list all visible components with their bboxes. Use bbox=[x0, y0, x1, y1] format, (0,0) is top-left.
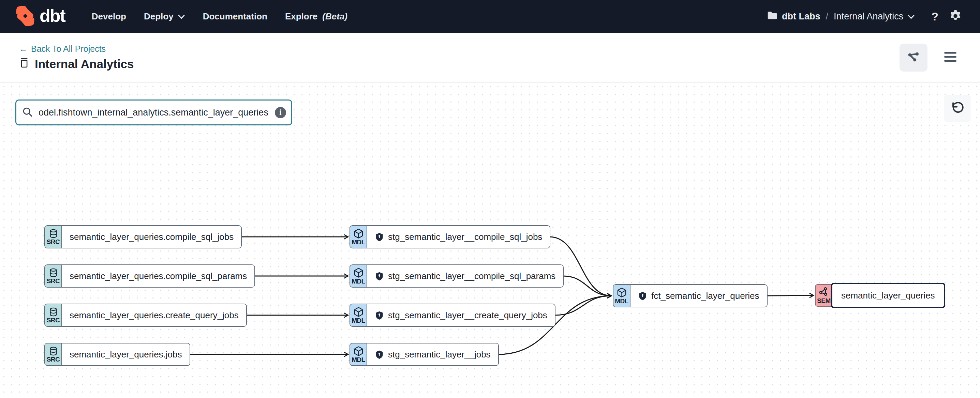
org-breadcrumb[interactable]: dbt Labs bbox=[767, 11, 821, 22]
node-type-badge: SRC bbox=[45, 226, 62, 248]
lineage-node-fct[interactable]: MDL fct_semantic_layer_queries bbox=[613, 284, 768, 308]
lineage-node-mdl3[interactable]: MDL stg_semantic_layer__create_query_job… bbox=[350, 304, 555, 327]
node-type-badge: MDL bbox=[613, 285, 630, 307]
node-label: stg_semantic_layer__compile_sql_params bbox=[388, 271, 555, 281]
node-type-badge: MDL bbox=[350, 226, 367, 248]
lineage-search-box[interactable]: odel.fishtown_internal_analytics.semanti… bbox=[15, 100, 292, 125]
project-selector[interactable]: Internal Analytics bbox=[834, 11, 915, 22]
node-type-label: SRC bbox=[47, 317, 60, 324]
node-type-label: SRC bbox=[47, 278, 60, 284]
edge-mdl2-to-fct bbox=[563, 276, 611, 296]
cube-icon bbox=[353, 346, 364, 357]
cube-icon bbox=[353, 268, 364, 278]
node-name-box: semantic_layer_queries.jobs bbox=[62, 344, 189, 365]
node-name-box: stg_semantic_layer__jobs bbox=[367, 344, 498, 365]
node-type-badge: SRC bbox=[45, 265, 62, 287]
arrow-left-icon: ← bbox=[19, 44, 28, 54]
node-label: fct_semantic_layer_queries bbox=[651, 291, 759, 301]
node-type-badge: MDL bbox=[350, 344, 367, 365]
nav-item-documentation-label: Documentation bbox=[203, 11, 267, 22]
lineage-graph-icon bbox=[907, 51, 920, 64]
breadcrumb-separator: / bbox=[826, 11, 829, 22]
node-type-label: SEM bbox=[817, 298, 830, 304]
node-name-box: stg_semantic_layer__compile_sql_jobs bbox=[367, 226, 550, 248]
cube-icon bbox=[617, 287, 627, 298]
node-label: semantic_layer_queries.compile_sql_jobs bbox=[70, 232, 234, 242]
page-title-row: Internal Analytics bbox=[19, 57, 134, 71]
lineage-canvas[interactable]: odel.fishtown_internal_analytics.semanti… bbox=[0, 82, 980, 398]
hamburger-menu-icon bbox=[943, 51, 958, 64]
shield-lock-icon bbox=[375, 350, 384, 359]
nav-item-deploy[interactable]: Deploy bbox=[144, 11, 185, 22]
nav-item-explore[interactable]: Explore (Beta) bbox=[285, 11, 347, 22]
node-name-box: semantic_layer_queries.compile_sql_jobs bbox=[62, 226, 241, 248]
nav-item-explore-beta-tag: (Beta) bbox=[322, 11, 347, 22]
node-type-badge: MDL bbox=[350, 265, 367, 287]
node-type-label: MDL bbox=[352, 317, 365, 324]
magnifier-icon bbox=[22, 106, 33, 119]
semantic-graph-icon bbox=[819, 287, 829, 298]
node-label: stg_semantic_layer__jobs bbox=[388, 349, 491, 360]
node-label: semantic_layer_queries.create_query_jobs bbox=[70, 310, 239, 321]
node-type-label: SRC bbox=[47, 238, 60, 245]
node-name-box: stg_semantic_layer__create_query_jobs bbox=[367, 304, 555, 326]
node-type-label: MDL bbox=[352, 278, 365, 285]
nav-item-documentation[interactable]: Documentation bbox=[203, 11, 267, 22]
project-box-icon bbox=[19, 57, 29, 71]
help-button[interactable]: ? bbox=[929, 10, 940, 24]
node-type-label: MDL bbox=[615, 298, 628, 304]
dbt-logo[interactable]: dbt bbox=[14, 5, 65, 28]
node-name-box: stg_semantic_layer__compile_sql_params bbox=[367, 265, 563, 287]
database-icon bbox=[48, 268, 58, 278]
lineage-view-button[interactable] bbox=[899, 44, 928, 71]
lineage-search-input[interactable]: odel.fishtown_internal_analytics.semanti… bbox=[38, 107, 269, 118]
cube-icon bbox=[353, 307, 364, 317]
chevron-down-icon bbox=[907, 11, 915, 22]
lineage-node-mdl2[interactable]: MDL stg_semantic_layer__compile_sql_para… bbox=[350, 265, 564, 288]
lineage-node-mdl4[interactable]: MDL stg_semantic_layer__jobs bbox=[350, 343, 499, 366]
node-label: semantic_layer_queries.jobs bbox=[70, 349, 182, 360]
navbar-right: dbt Labs / Internal Analytics ? bbox=[767, 9, 964, 24]
lineage-node-mdl1[interactable]: MDL stg_semantic_layer__compile_sql_jobs bbox=[350, 225, 550, 248]
node-label: stg_semantic_layer__create_query_jobs bbox=[388, 310, 547, 321]
database-icon bbox=[48, 346, 58, 356]
dbt-logo-icon bbox=[14, 5, 37, 28]
back-link-label: Back To All Projects bbox=[31, 44, 106, 54]
node-label: stg_semantic_layer__compile_sql_jobs bbox=[388, 232, 542, 242]
rotate-ccw-icon bbox=[950, 101, 965, 116]
lineage-node-src4[interactable]: SRC semantic_layer_queries.jobs bbox=[45, 343, 190, 366]
node-name-box: fct_semantic_layer_queries bbox=[630, 285, 767, 307]
nav-item-develop[interactable]: Develop bbox=[92, 11, 126, 22]
top-navbar: dbt Develop Deploy Documentation Explore… bbox=[0, 0, 980, 33]
info-circle-icon[interactable]: i bbox=[275, 107, 286, 118]
navbar-menu: Develop Deploy Documentation Explore (Be… bbox=[92, 11, 347, 22]
node-type-badge: SRC bbox=[45, 304, 62, 326]
shield-lock-icon bbox=[375, 232, 384, 242]
lineage-node-sem[interactable]: SEM semantic_layer_queries bbox=[815, 283, 945, 308]
nav-item-develop-label: Develop bbox=[92, 11, 126, 22]
lineage-node-src3[interactable]: SRC semantic_layer_queries.create_query_… bbox=[45, 304, 247, 327]
node-name-box: semantic_layer_queries.compile_sql_param… bbox=[62, 265, 255, 287]
page-title: Internal Analytics bbox=[35, 57, 134, 71]
dbt-logo-text: dbt bbox=[40, 7, 65, 27]
shield-lock-icon bbox=[638, 291, 647, 301]
question-mark-icon: ? bbox=[931, 10, 939, 23]
project-name: Internal Analytics bbox=[834, 11, 903, 22]
node-label: semantic_layer_queries.compile_sql_param… bbox=[70, 271, 247, 281]
settings-button[interactable] bbox=[947, 9, 964, 24]
database-icon bbox=[48, 228, 58, 238]
list-menu-button[interactable] bbox=[936, 44, 964, 71]
cube-icon bbox=[353, 228, 364, 239]
lineage-node-src2[interactable]: SRC semantic_layer_queries.compile_sql_p… bbox=[45, 265, 255, 288]
node-name-box: semantic_layer_queries bbox=[831, 283, 945, 308]
gear-icon bbox=[949, 9, 962, 24]
node-type-label: SRC bbox=[47, 356, 60, 363]
nav-item-deploy-label: Deploy bbox=[144, 11, 173, 22]
node-type-badge: SEM bbox=[815, 284, 832, 307]
node-name-box: semantic_layer_queries.create_query_jobs bbox=[62, 304, 246, 326]
lineage-node-src1[interactable]: SRC semantic_layer_queries.compile_sql_j… bbox=[45, 225, 242, 248]
back-to-projects-link[interactable]: ← Back To All Projects bbox=[19, 44, 134, 54]
chevron-down-icon bbox=[178, 11, 185, 22]
folder-icon bbox=[767, 11, 778, 22]
reset-view-button[interactable] bbox=[944, 95, 971, 122]
